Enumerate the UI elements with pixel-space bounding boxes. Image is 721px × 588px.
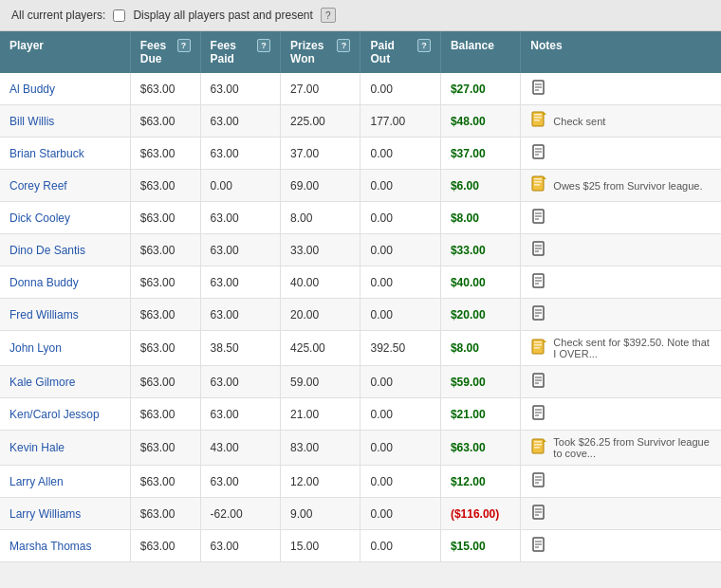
- notes-cell: [521, 398, 721, 431]
- players-table: Player Fees Due ? Fees Paid ? P: [0, 31, 721, 562]
- note-text: Check sent for $392.50. Note that I OVER…: [553, 337, 712, 359]
- fees-due-cell: $63.00: [130, 530, 200, 562]
- notes-cell: [521, 498, 721, 530]
- svg-rect-5: [534, 114, 542, 116]
- fees-paid-cell: 63.00: [200, 299, 280, 331]
- prizes-won-cell: 21.00: [281, 398, 360, 431]
- table-row: Larry Williams$63.00-62.009.000.00($116.…: [0, 498, 721, 530]
- player-name-link[interactable]: Donna Buddy: [9, 276, 79, 289]
- th-fees-paid-help[interactable]: ?: [257, 39, 270, 52]
- note-icon-empty[interactable]: [530, 208, 547, 228]
- svg-rect-7: [534, 119, 540, 121]
- note-icon-empty[interactable]: [530, 372, 547, 392]
- prizes-won-cell: 425.00: [281, 331, 360, 366]
- prizes-won-cell: 8.00: [281, 202, 360, 234]
- table-row: Marsha Thomas$63.0063.0015.000.00$15.00: [0, 530, 721, 562]
- display-all-label: Display all players past and present: [133, 9, 312, 22]
- svg-marker-51: [544, 439, 546, 442]
- th-balance: Balance: [440, 31, 520, 73]
- svg-rect-50: [534, 447, 540, 449]
- table-row: Larry Allen$63.0063.0012.000.00$12.00: [0, 466, 721, 498]
- notes-cell: [521, 366, 721, 398]
- fees-paid-cell: 63.00: [200, 105, 280, 138]
- fees-paid-cell: 63.00: [200, 398, 280, 431]
- help-icon[interactable]: ?: [321, 8, 336, 23]
- th-player: Player: [0, 31, 130, 73]
- player-name-link[interactable]: Dino De Santis: [9, 244, 85, 257]
- svg-marker-38: [544, 340, 546, 342]
- note-icon-with-content[interactable]: [530, 111, 547, 131]
- fees-paid-cell: 63.00: [200, 202, 280, 234]
- prizes-won-cell: 40.00: [281, 266, 360, 299]
- note-icon-empty[interactable]: [530, 143, 547, 163]
- note-icon-with-content[interactable]: [530, 175, 547, 195]
- svg-rect-6: [534, 117, 542, 119]
- player-name-link[interactable]: Brian Starbuck: [9, 147, 84, 160]
- player-name-link[interactable]: Al Buddy: [9, 83, 55, 96]
- th-paid-out-help[interactable]: ?: [417, 39, 431, 52]
- th-balance-label: Balance: [451, 39, 494, 52]
- player-name-link[interactable]: Bill Willis: [9, 115, 54, 128]
- balance-cell: $37.00: [440, 138, 520, 170]
- table-row: John Lyon$63.0038.50425.00392.50$8.00 Ch…: [0, 331, 721, 366]
- table-row: Kevin Hale$63.0043.0083.000.00$63.00 Too…: [0, 431, 721, 466]
- player-name-link[interactable]: Larry Williams: [9, 507, 81, 521]
- fees-due-cell: $63.00: [130, 266, 200, 299]
- note-icon-empty[interactable]: [530, 304, 547, 324]
- prizes-won-cell: 37.00: [281, 138, 360, 170]
- fees-due-cell: $63.00: [130, 234, 200, 266]
- th-prizes-won-help[interactable]: ?: [337, 39, 350, 52]
- paid-out-cell: 0.00: [360, 202, 440, 234]
- svg-rect-15: [534, 181, 542, 183]
- th-prizes-won-label: Prizes Won: [290, 39, 333, 65]
- note-text: Took $26.25 from Survivor league to cove…: [553, 436, 712, 459]
- note-icon-empty[interactable]: [530, 536, 547, 556]
- fees-due-cell: $63.00: [130, 202, 200, 234]
- current-players-label: All current players:: [11, 9, 105, 22]
- prizes-won-cell: 83.00: [281, 431, 360, 466]
- player-name-link[interactable]: John Lyon: [9, 341, 62, 355]
- note-icon-empty[interactable]: [530, 272, 547, 292]
- notes-cell: [521, 530, 721, 562]
- table-row: Fred Williams$63.0063.0020.000.00$20.00: [0, 299, 721, 331]
- notes-cell: [521, 202, 721, 234]
- note-icon-with-content[interactable]: [530, 339, 547, 358]
- player-name-link[interactable]: Marsha Thomas: [9, 540, 91, 553]
- note-icon-empty[interactable]: [530, 79, 547, 99]
- player-name-link[interactable]: Corey Reef: [9, 179, 67, 193]
- player-name-link[interactable]: Fred Williams: [9, 308, 79, 322]
- table-row: Al Buddy$63.0063.0027.000.00$27.00: [0, 73, 721, 105]
- table-row: Dick Cooley$63.0063.008.000.00$8.00: [0, 202, 721, 234]
- note-icon-with-content[interactable]: [530, 438, 547, 458]
- table-row: Donna Buddy$63.0063.0040.000.00$40.00: [0, 266, 721, 299]
- th-fees-due-help[interactable]: ?: [177, 39, 191, 52]
- balance-cell: ($116.00): [440, 498, 520, 530]
- svg-rect-36: [534, 344, 542, 346]
- th-fees-paid-label: Fees Paid: [211, 39, 253, 65]
- balance-cell: $20.00: [440, 299, 520, 331]
- note-icon-empty[interactable]: [530, 504, 547, 524]
- balance-cell: $27.00: [440, 73, 520, 105]
- player-name-link[interactable]: Ken/Carol Jessop: [9, 408, 100, 421]
- note-icon-empty[interactable]: [530, 240, 547, 260]
- player-name-link[interactable]: Kevin Hale: [9, 441, 65, 454]
- note-icon-empty[interactable]: [530, 404, 547, 424]
- fees-due-cell: $63.00: [130, 299, 200, 331]
- balance-cell: $59.00: [440, 366, 520, 398]
- player-name-link[interactable]: Larry Allen: [9, 475, 64, 488]
- paid-out-cell: 0.00: [360, 170, 440, 202]
- note-icon-empty[interactable]: [530, 471, 547, 491]
- prizes-won-cell: 12.00: [281, 466, 360, 498]
- paid-out-cell: 177.00: [360, 105, 440, 138]
- notes-cell: [521, 234, 721, 266]
- display-all-checkbox[interactable]: [113, 9, 125, 22]
- player-name-link[interactable]: Dick Cooley: [9, 211, 70, 225]
- svg-rect-35: [534, 341, 542, 343]
- fees-due-cell: $63.00: [130, 498, 200, 530]
- notes-cell: Took $26.25 from Survivor league to cove…: [521, 431, 721, 466]
- th-player-label: Player: [9, 39, 44, 52]
- table-header-row: Player Fees Due ? Fees Paid ? P: [0, 31, 721, 73]
- balance-cell: $6.00: [440, 170, 520, 202]
- player-name-link[interactable]: Kale Gilmore: [9, 376, 75, 389]
- th-fees-due: Fees Due ?: [130, 31, 200, 73]
